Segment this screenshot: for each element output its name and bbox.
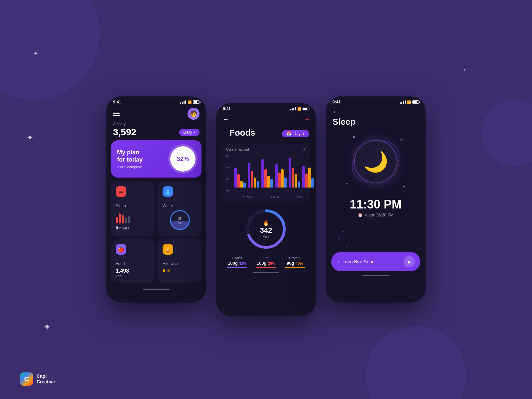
bar-red: [305, 174, 308, 188]
bar-red: [292, 168, 294, 188]
food-card[interactable]: 🍎 Food 1.498 kcal: [111, 239, 155, 283]
kcal-label: kcal: [116, 274, 150, 278]
sleep-illustration: ★ ★ ★ ★ 🌙: [326, 132, 426, 192]
sleep-page-title: Sleep: [326, 116, 426, 129]
exercise-label: Exercise: [163, 261, 197, 266]
star-small: ★: [346, 182, 348, 185]
star-decoration: ✦: [27, 133, 33, 142]
carbs-label: Carbs: [227, 256, 247, 260]
home-indicator: [143, 289, 170, 290]
add-button[interactable]: +: [305, 115, 309, 124]
sleep-bar: [119, 213, 121, 223]
sleep-bar: [125, 217, 127, 223]
status-time-3: 9:41: [332, 100, 340, 104]
sleep-card[interactable]: 🛏 Sleep 8 hours: [111, 182, 155, 236]
bar-blue: [284, 178, 287, 188]
bar-purple: [275, 164, 278, 188]
signal-bar: [401, 102, 402, 104]
signal-bar: [180, 102, 181, 104]
status-icons-2: 📶: [290, 107, 309, 111]
activity-row: 3,592 Daily ▾: [106, 127, 206, 140]
phone-activity: 9:41 📶 🧑 Activity: [106, 96, 206, 303]
plan-text: My plan for today 2 of 5 complete: [117, 149, 143, 169]
phone-sleep: 9:41 📶 ← Sleep ★ ★ ★ ★: [326, 96, 426, 303]
plan-title: My plan for today: [117, 149, 143, 163]
music-note: ♪: [342, 227, 345, 233]
foods-header: ← +: [216, 112, 316, 126]
menu-button[interactable]: [113, 112, 120, 116]
bar-group: [275, 164, 287, 188]
music-note: ♪: [346, 243, 348, 249]
water-card[interactable]: 💧 Water 2 lits: [158, 182, 201, 236]
food-icon: 🍎: [116, 244, 126, 255]
day-button[interactable]: 📅 Day ▾: [282, 130, 309, 137]
back-button[interactable]: ←: [223, 116, 229, 123]
signal-bar: [400, 102, 401, 104]
bar-purple: [289, 158, 291, 188]
bar-purple: [302, 166, 305, 188]
signal-bars-3: [400, 100, 406, 104]
signal-bar: [290, 109, 291, 110]
hamburger-line: [113, 115, 120, 116]
daily-button[interactable]: Daily ▾: [179, 129, 200, 136]
protein-label: Protein: [285, 256, 305, 260]
sleep-label: Sleep: [116, 203, 150, 208]
phones-container: 9:41 📶 🧑 Activity: [106, 83, 426, 316]
protein-pct: 40%: [296, 261, 303, 265]
status-icons-1: 📶: [180, 100, 200, 104]
activity-label: Activity: [106, 121, 206, 127]
calendar-icon: 📅: [287, 131, 292, 136]
foods-title: Foods: [223, 126, 262, 141]
bar-red: [251, 171, 253, 188]
expand-icon[interactable]: ⤢: [303, 147, 306, 152]
exercise-icon: 🏆: [163, 244, 173, 255]
home-indicator: [253, 272, 279, 273]
calorie-section: 🔥 342 Kcal: [216, 202, 316, 253]
music-note-icon: ♪: [336, 259, 339, 265]
brand: C Capi Creative: [20, 372, 55, 386]
song-player[interactable]: ♪ Loon Bird Song ▶: [331, 252, 420, 271]
p1-header: 🧑: [106, 106, 206, 121]
chart-bars-container: In Zone Under Over Cals out: [234, 154, 316, 199]
macro-row: Carbs 100g 32% Fat 100g 28% Protein 90g: [216, 253, 316, 269]
food-label: Food: [116, 261, 150, 266]
bar-blue: [298, 182, 300, 188]
bar-blue: [311, 178, 314, 188]
protein-macro: Protein 90g 40%: [285, 256, 305, 268]
chart-y-labels: 6k 4k 2k 0k: [226, 154, 234, 199]
sleep-bar: [122, 215, 124, 223]
signal-bar: [182, 102, 183, 104]
bar-blue: [243, 183, 246, 188]
status-bar-3: 9:41 📶: [326, 96, 426, 106]
chart-x-labels: In Zone Under Over Cals out: [234, 194, 316, 199]
bar-group: [289, 158, 300, 188]
bar-blue: [257, 181, 259, 188]
star-small: ★: [403, 185, 406, 188]
dot: [163, 269, 165, 272]
signal-bar: [403, 101, 404, 104]
fat-pct: 28%: [268, 261, 275, 265]
signal-bars-2: [290, 107, 296, 110]
music-note: ♫: [337, 236, 340, 241]
play-button[interactable]: ▶: [404, 256, 415, 267]
avatar[interactable]: 🧑: [188, 108, 200, 120]
back-button[interactable]: ←: [332, 108, 338, 115]
chart-canvas: [234, 154, 316, 194]
exercise-card[interactable]: 🏆 Exercise: [158, 239, 201, 283]
status-bar-2: 9:41 📶: [216, 103, 316, 112]
chart-area: Cals in vs. out ⤢ 6k 4k 2k 0k: [221, 144, 311, 202]
home-indicator: [362, 275, 389, 276]
carbs-amount: 100g 32%: [227, 260, 247, 266]
signal-bar: [295, 107, 296, 110]
sleep-bar: [116, 217, 118, 223]
plan-subtitle: 2 of 5 complete: [117, 165, 143, 169]
signal-bar: [405, 100, 406, 104]
fat-macro: Fat 100g 28%: [256, 256, 276, 268]
carbs-pct: 32%: [239, 261, 246, 265]
water-circle: 2 lits: [170, 210, 190, 230]
calorie-ring: 🔥 342 Kcal: [244, 207, 288, 251]
water-icon: 💧: [163, 186, 173, 197]
carbs-macro: Carbs 100g 32%: [227, 256, 247, 268]
brand-logo: C: [20, 372, 33, 386]
brand-name: Capi Creative: [37, 373, 55, 385]
